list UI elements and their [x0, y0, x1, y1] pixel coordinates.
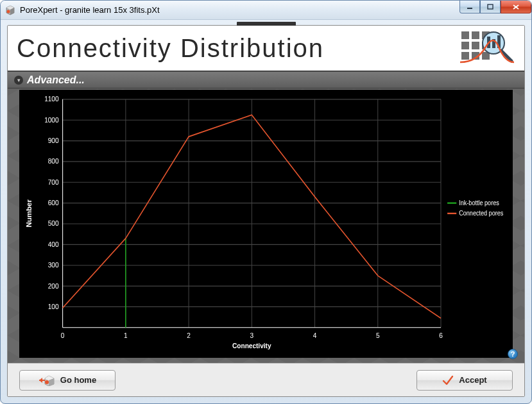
go-home-label: Go home	[60, 375, 96, 385]
check-icon	[442, 375, 454, 385]
svg-point-71	[45, 380, 49, 384]
svg-text:4: 4	[313, 331, 317, 339]
svg-text:800: 800	[48, 157, 59, 165]
window-controls	[459, 1, 531, 13]
svg-text:2: 2	[187, 331, 191, 339]
svg-rect-8	[461, 31, 469, 39]
logo-icon	[458, 29, 515, 67]
svg-line-6	[513, 5, 519, 9]
svg-text:900: 900	[48, 136, 59, 144]
svg-text:500: 500	[48, 219, 59, 228]
svg-text:200: 200	[48, 282, 59, 290]
advanced-toggle[interactable]: ▾ Advanced...	[8, 72, 524, 88]
svg-point-3	[7, 10, 10, 13]
svg-marker-67	[39, 378, 42, 383]
svg-rect-14	[461, 52, 469, 60]
svg-text:0: 0	[61, 331, 65, 339]
svg-rect-5	[488, 4, 493, 9]
home-icon	[39, 375, 55, 386]
chart-panel: 1002003004005006007008009001000110001234…	[19, 90, 513, 358]
app-window: PoreXpert - granite learn 15x 3fits.pXt …	[0, 0, 532, 404]
chevron-down-icon: ▾	[14, 76, 23, 85]
svg-rect-12	[472, 42, 479, 49]
svg-text:1000: 1000	[44, 115, 58, 124]
svg-text:Number: Number	[26, 199, 33, 227]
chart-svg: 1002003004005006007008009001000110001234…	[20, 90, 512, 357]
svg-text:5: 5	[376, 331, 380, 339]
svg-rect-11	[461, 42, 469, 49]
svg-text:3: 3	[250, 331, 253, 339]
advanced-label: Advanced...	[27, 74, 85, 86]
chart-area: 1002003004005006007008009001000110001234…	[8, 88, 524, 363]
window-title: PoreXpert - granite learn 15x 3fits.pXt	[20, 5, 528, 15]
accept-button[interactable]: Accept	[416, 370, 513, 391]
page-header: Connectivity Distribution	[8, 26, 524, 72]
svg-line-7	[513, 5, 519, 9]
svg-text:1100: 1100	[44, 95, 58, 103]
svg-text:Ink-bottle pores: Ink-bottle pores	[459, 199, 499, 207]
footer: Go home Accept	[8, 363, 524, 396]
svg-text:600: 600	[48, 198, 59, 206]
svg-rect-9	[472, 31, 479, 39]
svg-text:700: 700	[48, 178, 59, 186]
titlebar[interactable]: PoreXpert - granite learn 15x 3fits.pXt	[1, 1, 531, 20]
close-button[interactable]	[501, 1, 531, 13]
maximize-button[interactable]	[480, 1, 501, 13]
svg-text:100: 100	[48, 302, 59, 310]
svg-text:300: 300	[48, 261, 59, 269]
svg-text:6: 6	[439, 331, 443, 339]
client-area: Connectivity Distribution	[7, 25, 525, 397]
accept-label: Accept	[459, 375, 486, 385]
svg-text:Connectivity: Connectivity	[232, 341, 271, 349]
go-home-button[interactable]: Go home	[19, 370, 116, 391]
svg-text:400: 400	[48, 240, 59, 248]
page-title: Connectivity Distribution	[17, 34, 458, 63]
svg-text:Connected pores: Connected pores	[459, 210, 503, 217]
svg-text:1: 1	[124, 331, 128, 339]
minimize-button[interactable]	[459, 1, 480, 13]
app-icon	[4, 4, 16, 16]
help-icon[interactable]: ?	[508, 349, 518, 359]
